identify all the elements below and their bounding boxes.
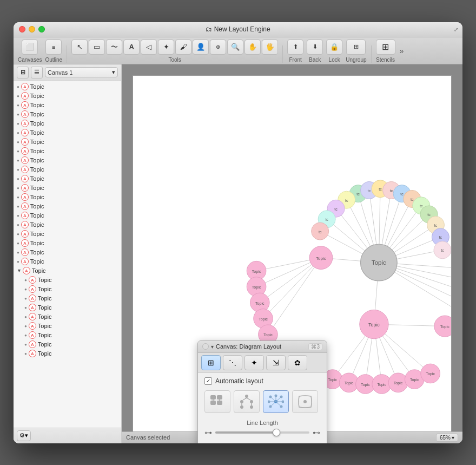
- list-item[interactable]: ● A Topic: [14, 230, 121, 239]
- layout-option-1[interactable]: [204, 390, 230, 413]
- list-item[interactable]: ● A Topic: [14, 174, 121, 184]
- grab-tool[interactable]: 🖐: [262, 40, 278, 55]
- list-item[interactable]: ● A Topic: [14, 248, 121, 257]
- list-item[interactable]: ● A Topic: [14, 322, 121, 331]
- sidebar-list-btn[interactable]: ☰: [31, 67, 43, 78]
- bullet-icon: ●: [24, 351, 27, 356]
- bullet-icon: ●: [17, 213, 19, 218]
- list-item[interactable]: ● A Topic: [14, 202, 121, 211]
- svg-text:tc: tc: [319, 230, 322, 234]
- resize-icon[interactable]: ⤢: [454, 27, 458, 32]
- list-item[interactable]: ● A Topic: [14, 303, 121, 312]
- list-item[interactable]: ▼ A Topic: [14, 266, 121, 276]
- back-button[interactable]: ⬇: [307, 40, 323, 55]
- bullet-icon: ●: [24, 333, 27, 338]
- list-item[interactable]: ● A Topic: [14, 285, 121, 294]
- layout-tab-grid[interactable]: ⊞: [201, 355, 221, 370]
- zoom-button[interactable]: [38, 26, 45, 32]
- svg-point-116: [240, 405, 243, 409]
- svg-point-137: [303, 400, 307, 403]
- bullet-icon: ●: [17, 232, 19, 237]
- sidebar-grid-btn[interactable]: ⊞: [17, 67, 29, 78]
- zoom-tool[interactable]: 🔍: [227, 40, 243, 55]
- svg-text:tc: tc: [356, 192, 360, 197]
- curve-tool[interactable]: 〜: [106, 40, 122, 55]
- connect-tool[interactable]: ✦: [158, 40, 174, 55]
- ungroup-button[interactable]: ⊞: [346, 40, 366, 55]
- ungroup-label: Ungroup: [346, 57, 366, 63]
- canvases-button[interactable]: ⬜: [22, 40, 38, 55]
- line-length-slider[interactable]: [215, 431, 309, 434]
- node-icon: A: [29, 294, 36, 302]
- list-item[interactable]: ● A Topic: [14, 331, 121, 340]
- layout-tab-flow[interactable]: ⇲: [266, 355, 286, 370]
- node-icon: A: [29, 285, 36, 293]
- node-icon: A: [21, 120, 29, 127]
- list-item[interactable]: ● A Topic: [14, 349, 121, 358]
- layout-option-3[interactable]: [263, 390, 289, 413]
- svg-point-117: [250, 405, 253, 409]
- text-tool[interactable]: A: [123, 40, 140, 55]
- list-item[interactable]: ● A Topic: [14, 137, 121, 147]
- svg-text:Topic: Topic: [440, 325, 449, 329]
- stencils-button[interactable]: ⊞: [376, 40, 395, 55]
- canvas-selector[interactable]: Canvas 1 ▾: [45, 67, 118, 77]
- select-tool[interactable]: ↖: [71, 40, 88, 55]
- list-item[interactable]: ● A Topic: [14, 82, 121, 91]
- brush-tool[interactable]: 🖌: [175, 40, 191, 55]
- list-item[interactable]: ● A Topic: [14, 156, 121, 165]
- auto-layout-checkbox[interactable]: ✓: [204, 377, 212, 385]
- list-item[interactable]: ● A Topic: [14, 147, 121, 156]
- svg-line-118: [243, 398, 247, 400]
- more-button[interactable]: »: [399, 47, 405, 55]
- lock-button[interactable]: 🔒: [326, 40, 342, 55]
- list-item[interactable]: ● A Topic: [14, 294, 121, 303]
- list-item[interactable]: ● A Topic: [14, 110, 121, 119]
- hand-tool[interactable]: ✋: [244, 40, 261, 55]
- settings-button[interactable]: ⚙▾: [17, 430, 31, 441]
- list-item[interactable]: ● A Topic: [14, 101, 121, 110]
- list-item[interactable]: ● A Topic: [14, 276, 121, 285]
- back-label: Back: [309, 57, 321, 63]
- list-item[interactable]: ● A Topic: [14, 119, 121, 128]
- panel-dropdown-icon[interactable]: ▾: [211, 344, 214, 350]
- minimize-button[interactable]: [29, 26, 35, 32]
- line-length-slider-row: ⊶ ⊷: [204, 428, 320, 437]
- layout-tab-organic[interactable]: ✿: [288, 355, 307, 370]
- list-item[interactable]: ● A Topic: [14, 340, 121, 349]
- list-item[interactable]: ● A Topic: [14, 211, 121, 220]
- shape-tool[interactable]: ▭: [89, 40, 105, 55]
- list-item[interactable]: ● A Topic: [14, 312, 121, 322]
- list-item[interactable]: ● A Topic: [14, 165, 121, 174]
- list-item[interactable]: ● A Topic: [14, 91, 121, 101]
- layout-tab-tree[interactable]: ⋱: [223, 355, 242, 370]
- list-item[interactable]: ● A Topic: [14, 257, 121, 266]
- front-button[interactable]: ⬆: [287, 40, 303, 55]
- node-icon: A: [29, 331, 36, 339]
- list-item[interactable]: ● A Topic: [14, 184, 121, 193]
- svg-line-134: [276, 402, 281, 407]
- layout-option-2[interactable]: [234, 390, 260, 413]
- node-icon: A: [21, 110, 29, 118]
- bullet-icon: ●: [17, 158, 19, 163]
- svg-line-19: [263, 258, 321, 318]
- outline-button[interactable]: ≡: [45, 40, 62, 55]
- person-tool[interactable]: 👤: [193, 40, 209, 55]
- anchor-tool[interactable]: ⊕: [210, 40, 226, 55]
- zoom-control[interactable]: 65% ▾: [436, 434, 458, 442]
- list-item[interactable]: ● A Topic: [14, 193, 121, 202]
- close-button[interactable]: [19, 26, 25, 32]
- sidebar-header: ⊞ ☰ Canvas 1 ▾: [14, 64, 121, 81]
- panel-close-button[interactable]: [202, 343, 209, 350]
- node-icon: A: [21, 166, 29, 173]
- layout-option-4[interactable]: [292, 390, 318, 413]
- layout-tab-radial[interactable]: ✦: [244, 355, 264, 370]
- svg-line-130: [270, 397, 276, 402]
- tools-label: Tools: [168, 57, 181, 63]
- arrow-tool[interactable]: ◁: [141, 40, 157, 55]
- list-item[interactable]: ● A Topic: [14, 220, 121, 230]
- separator-1: [67, 45, 67, 63]
- list-item[interactable]: ● A Topic: [14, 239, 121, 248]
- list-item[interactable]: ● A Topic: [14, 128, 121, 137]
- node-icon: A: [21, 230, 29, 238]
